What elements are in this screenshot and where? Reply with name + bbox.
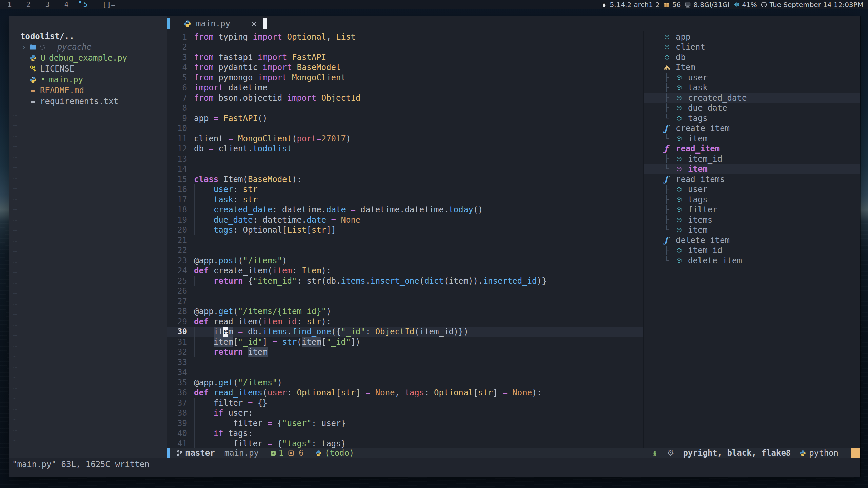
code-line[interactable]: 2 xyxy=(167,42,643,52)
code-line[interactable]: 40 if tags: xyxy=(167,428,643,439)
function-icon: ƒ xyxy=(664,174,676,184)
code-line[interactable]: 5from pymongo import MongoClient xyxy=(167,73,643,83)
code-line[interactable]: 21 xyxy=(167,235,643,245)
tab-close-button[interactable]: × xyxy=(251,19,257,29)
line-number: 39 xyxy=(167,418,187,428)
code-line[interactable]: 3from fastapi import FastAPI xyxy=(167,52,643,62)
code-line[interactable]: 19 due_date: datetime.date = None xyxy=(167,215,643,225)
code-line[interactable]: 12db = client.todolist xyxy=(167,144,643,154)
symbol-item-Item[interactable]: Item xyxy=(644,62,860,73)
symbol-item-due_date[interactable]: ├due_date xyxy=(644,103,860,113)
code-line[interactable]: 24def create_item(item: Item): xyxy=(167,266,643,276)
file-row[interactable]: ›Udebug_example.py xyxy=(9,53,167,63)
code-line[interactable]: 26 xyxy=(167,286,643,296)
code-line[interactable]: 29def read_item(item_id: str): xyxy=(167,317,643,327)
line-number: 30 xyxy=(167,327,187,337)
symbol-label: app xyxy=(676,32,690,42)
code-line[interactable]: 11client = MongoClient(port=27017) xyxy=(167,134,643,144)
code-line[interactable]: 8 xyxy=(167,103,643,113)
file-row[interactable]: ›≡README.md xyxy=(9,85,167,96)
symbol-item-item[interactable]: └item xyxy=(644,225,860,235)
tree-connector: ├ xyxy=(664,83,676,93)
symbol-item-create_item[interactable]: ƒcreate_item xyxy=(644,123,860,134)
code-line[interactable]: 34 xyxy=(167,367,643,378)
code-line[interactable]: 41 filter = {"tags": tags} xyxy=(167,439,643,448)
symbol-item-created_date[interactable]: ├created_date xyxy=(644,93,860,103)
variable-icon xyxy=(676,187,688,192)
cube-icon xyxy=(676,85,682,90)
symbol-item-items[interactable]: ├items xyxy=(644,215,860,225)
tree-connector: ├ xyxy=(664,154,676,164)
symbol-item-delete_item[interactable]: └delete_item xyxy=(644,256,860,266)
file-explorer[interactable]: todolist/.. ›__pycache__›Udebug_example.… xyxy=(9,16,167,458)
symbol-item-client[interactable]: client xyxy=(644,42,860,52)
code-line[interactable]: 36def read_items(user: Optional[str] = N… xyxy=(167,388,643,398)
code-line[interactable]: 33 xyxy=(167,357,643,367)
indent-guide xyxy=(194,439,195,448)
code-line[interactable]: 32 return item xyxy=(167,347,643,357)
tree-connector: ├ xyxy=(664,73,676,83)
code-line[interactable]: 6import datetime xyxy=(167,83,643,93)
indent-guide xyxy=(194,347,195,357)
code-line[interactable]: 22 xyxy=(167,245,643,256)
workspace-switcher: 12345 xyxy=(0,0,95,9)
code-line[interactable]: 7from bson.objectid import ObjectId xyxy=(167,93,643,103)
symbol-label: Item xyxy=(676,62,695,73)
workspace-3[interactable]: 3 xyxy=(38,0,57,9)
code-line[interactable]: 30 item = db.items.find_one({"_id": Obje… xyxy=(167,327,643,337)
code-line[interactable]: 23@app.post("/items") xyxy=(167,256,643,266)
code-line[interactable]: 14 xyxy=(167,164,643,174)
code-line[interactable]: 28@app.get("/items/{item_id}") xyxy=(167,306,643,317)
symbol-item-tags[interactable]: └tags xyxy=(644,113,860,123)
code-line[interactable]: 39 filter = {"user": user} xyxy=(167,418,643,428)
code-line[interactable]: 17 task: str xyxy=(167,195,643,205)
terminal-cursor xyxy=(263,18,267,29)
symbol-item-item_id[interactable]: ├item_id xyxy=(644,154,860,164)
symbol-item-tags[interactable]: ├tags xyxy=(644,195,860,205)
cube-icon xyxy=(676,207,682,212)
code-editor[interactable]: 1from typing import Optional, List23from… xyxy=(167,31,643,448)
code-line[interactable]: 9app = FastAPI() xyxy=(167,113,643,123)
code-line[interactable]: 35@app.get("/items") xyxy=(167,378,643,388)
code-line[interactable]: 25 return {"item_id": str(db.items.inser… xyxy=(167,276,643,286)
symbols-outline[interactable]: appclientdbItem├user├task├created_date├d… xyxy=(643,31,860,448)
line-number: 18 xyxy=(167,205,187,215)
symbol-item-filter[interactable]: ├filter xyxy=(644,205,860,215)
code-line[interactable]: 31 item["_id"] = str(item["_id"]) xyxy=(167,337,643,347)
file-row[interactable]: ›≡requirements.txt xyxy=(9,96,167,107)
code-line[interactable]: 20 tags: Optional[List[str]] xyxy=(167,225,643,235)
workspace-5[interactable]: 5 xyxy=(76,0,95,9)
code-line[interactable]: 1from typing import Optional, List xyxy=(167,32,643,42)
symbol-item-item[interactable]: └item xyxy=(644,164,860,174)
workspace-4[interactable]: 4 xyxy=(57,0,76,9)
symbol-item-delete_item[interactable]: ƒdelete_item xyxy=(644,235,860,245)
code-line[interactable]: 10 xyxy=(167,123,643,134)
code-line[interactable]: 18 created_date: datetime.date = datetim… xyxy=(167,205,643,215)
symbol-item-task[interactable]: ├task xyxy=(644,83,860,93)
line-number: 36 xyxy=(167,388,187,398)
file-row[interactable]: ›__pycache__ xyxy=(9,42,167,53)
workspace-1[interactable]: 1 xyxy=(0,0,19,9)
code-line[interactable]: 15class Item(BaseModel): xyxy=(167,174,643,184)
volume-icon xyxy=(733,1,739,8)
tab-main-py[interactable]: main.py × xyxy=(183,19,257,29)
code-line[interactable]: 37 filter = {} xyxy=(167,398,643,408)
code-line[interactable]: 4from pydantic import BaseModel xyxy=(167,62,643,73)
symbol-item-user[interactable]: ├user xyxy=(644,73,860,83)
code-line[interactable]: 16 user: str xyxy=(167,184,643,195)
file-row[interactable]: ›•main.py xyxy=(9,74,167,85)
code-line[interactable]: 13 xyxy=(167,154,643,164)
symbol-item-user[interactable]: ├user xyxy=(644,184,860,195)
symbol-item-app[interactable]: app xyxy=(644,32,860,42)
symbol-item-item_id[interactable]: ├item_id xyxy=(644,245,860,256)
code-line[interactable]: 27 xyxy=(167,296,643,306)
symbol-item-db[interactable]: db xyxy=(644,52,860,62)
workspace-2[interactable]: 2 xyxy=(19,0,38,9)
symbol-item-read_item[interactable]: ƒread_item xyxy=(644,144,860,154)
line-number: 9 xyxy=(167,113,187,123)
symbol-item-item[interactable]: └item xyxy=(644,134,860,144)
layout-symbol: []= xyxy=(102,1,115,9)
file-row[interactable]: ›LICENSE xyxy=(9,63,167,74)
symbol-item-read_items[interactable]: ƒread_items xyxy=(644,174,860,184)
code-line[interactable]: 38 if user: xyxy=(167,408,643,418)
